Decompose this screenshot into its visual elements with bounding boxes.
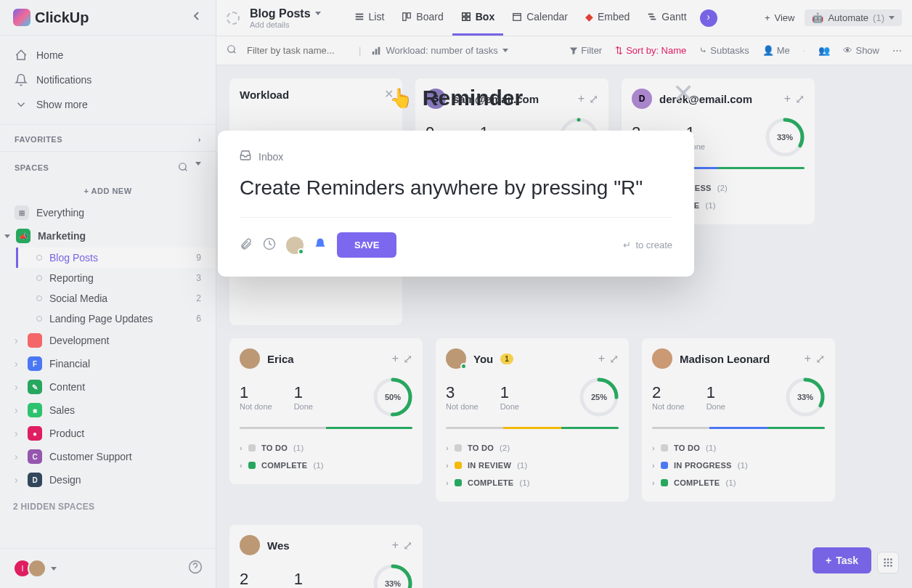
modal-close-icon[interactable]: ✕ <box>672 78 694 109</box>
inbox-icon <box>240 150 251 163</box>
to-create-hint: ↵ to create <box>623 240 672 250</box>
inbox-label: Inbox <box>258 151 283 163</box>
modal-footer: SAVE ↵ to create <box>240 217 672 258</box>
reminder-modal: Inbox SAVE ↵ to create <box>218 131 694 277</box>
save-button[interactable]: SAVE <box>337 232 396 258</box>
clock-icon[interactable] <box>263 237 276 253</box>
modal-title: Reminder <box>423 86 523 110</box>
reminder-input[interactable] <box>240 176 672 200</box>
reminder-header: 👆 Reminder <box>389 86 523 110</box>
attachment-icon[interactable] <box>240 237 253 253</box>
assignee-avatar[interactable] <box>286 237 304 254</box>
inbox-selector[interactable]: Inbox <box>240 150 672 163</box>
enter-icon: ↵ <box>623 240 631 250</box>
finger-tap-icon: 👆 <box>389 87 412 110</box>
bell-icon[interactable] <box>314 237 327 253</box>
